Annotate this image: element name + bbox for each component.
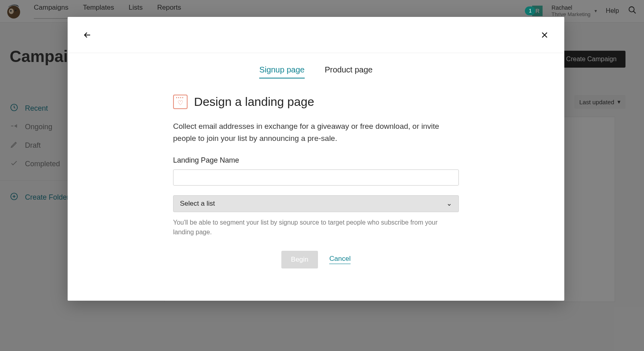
select-list-dropdown[interactable]: Select a list ⌄ — [173, 195, 459, 212]
modal-description: Collect email addresses in exchange for … — [173, 120, 459, 145]
back-button[interactable] — [80, 28, 94, 42]
landing-page-modal: Signup page Product page ♡ Design a land… — [68, 17, 564, 301]
modal-heading: Design a landing page — [194, 95, 314, 109]
tab-product-page[interactable]: Product page — [325, 65, 373, 78]
select-list-helper: You'll be able to segment your list by s… — [173, 218, 459, 237]
name-field-label: Landing Page Name — [173, 156, 459, 165]
modal-tabs: Signup page Product page — [68, 53, 564, 83]
close-button[interactable] — [538, 28, 551, 42]
landing-page-name-input[interactable] — [173, 169, 459, 186]
cancel-link[interactable]: Cancel — [329, 255, 351, 264]
tab-signup-page[interactable]: Signup page — [259, 65, 304, 78]
begin-button: Begin — [281, 251, 318, 268]
chevron-down-icon: ⌄ — [446, 199, 452, 208]
landing-page-icon: ♡ — [173, 95, 188, 109]
select-list-placeholder: Select a list — [180, 200, 215, 208]
